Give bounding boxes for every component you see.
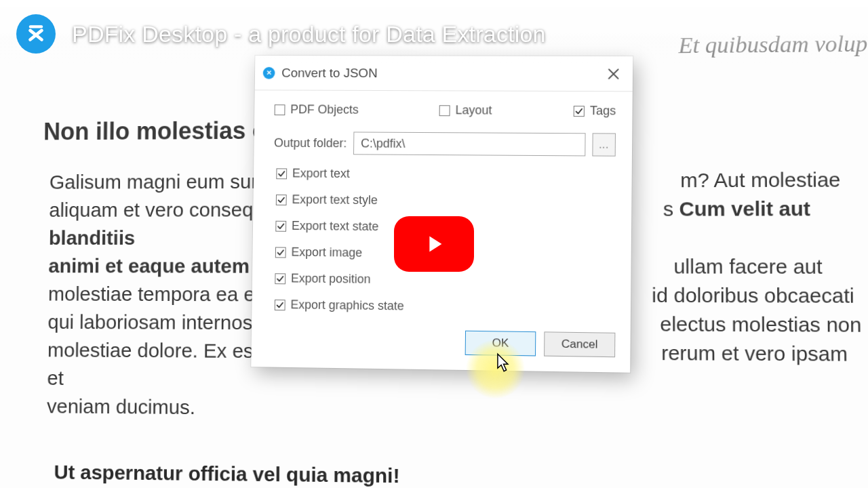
- browse-button[interactable]: ...: [592, 133, 616, 156]
- svg-rect-0: [29, 25, 43, 28]
- checkbox-label: Export text style: [292, 192, 378, 207]
- convert-to-json-dialog: ✕ Convert to JSON PDF ObjectsLayoutTags …: [251, 56, 633, 373]
- pdfix-logo-icon: [16, 14, 56, 54]
- checkbox-box: [275, 247, 286, 258]
- checkbox-label: Export text: [292, 167, 350, 181]
- checkbox-label: Export graphics state: [290, 298, 404, 313]
- checkbox-box: [275, 273, 285, 284]
- output-folder-input[interactable]: [353, 131, 585, 156]
- export-graphics-state-checkbox[interactable]: Export graphics state: [275, 298, 614, 316]
- checkbox-box: [439, 105, 450, 116]
- checkbox-label: Layout: [455, 103, 492, 117]
- doc-heading-2: Ut aspernatur officia vel quia magni!: [54, 461, 868, 488]
- checkbox-box: [275, 104, 285, 115]
- dialog-title: Convert to JSON: [281, 65, 591, 81]
- output-folder-label: Output folder:: [274, 136, 347, 150]
- checkbox-box: [574, 106, 585, 117]
- checkbox-box: [276, 195, 287, 205]
- ok-button[interactable]: OK: [465, 331, 536, 357]
- checkbox-box: [275, 300, 285, 310]
- checkbox-label: PDF Objects: [290, 102, 359, 117]
- checkbox-box: [276, 168, 287, 179]
- video-banner: PDFix Desktop - a product for Data Extra…: [0, 0, 868, 65]
- checkbox-label: Tags: [590, 104, 616, 118]
- tags-checkbox[interactable]: Tags: [574, 104, 616, 118]
- app-icon: ✕: [263, 66, 275, 79]
- export-position-checkbox[interactable]: Export position: [275, 271, 614, 289]
- pdf-objects-checkbox[interactable]: PDF Objects: [275, 102, 359, 117]
- checkbox-label: Export text state: [292, 219, 379, 234]
- play-button[interactable]: [394, 216, 474, 272]
- checkbox-label: Export position: [291, 272, 371, 287]
- checkbox-label: Export image: [291, 245, 362, 260]
- cancel-button[interactable]: Cancel: [544, 331, 615, 357]
- export-text-checkbox[interactable]: Export text: [276, 166, 615, 183]
- checkbox-box: [275, 220, 286, 231]
- layout-checkbox[interactable]: Layout: [439, 103, 492, 117]
- export-text-style-checkbox[interactable]: Export text style: [276, 192, 615, 209]
- banner-title: PDFix Desktop - a product for Data Extra…: [72, 21, 546, 47]
